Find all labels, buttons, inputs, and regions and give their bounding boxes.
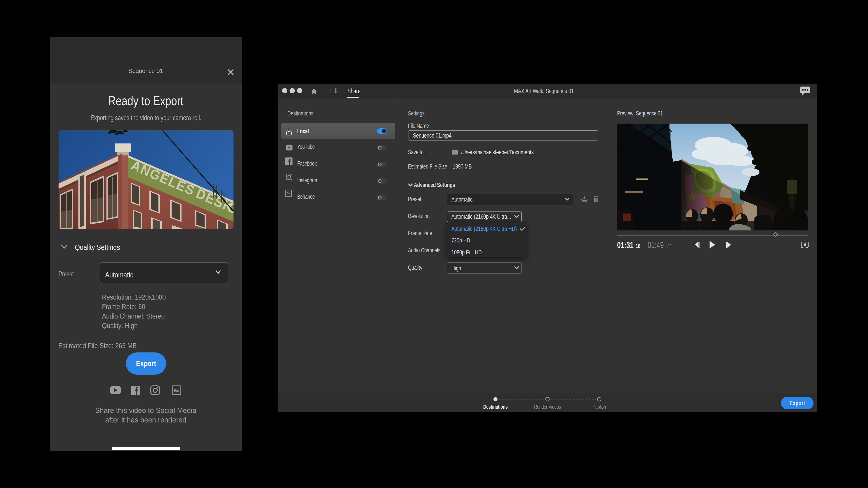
svg-text:Be: Be [286,192,290,195]
svg-text:Be: Be [174,388,179,393]
